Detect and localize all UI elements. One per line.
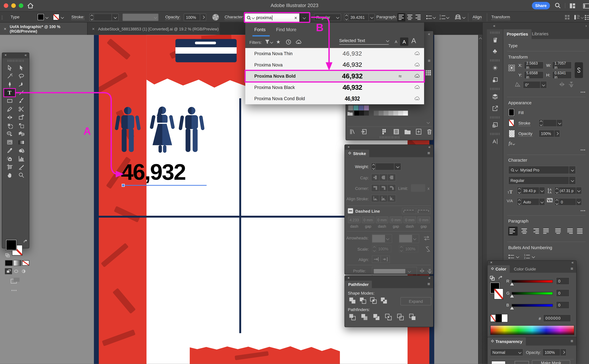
character-kerning-control[interactable]: Auto — [517, 198, 545, 206]
weight-control[interactable] — [371, 163, 401, 170]
font-size-dropdown[interactable] — [369, 13, 375, 21]
stroke-weight-control[interactable] — [89, 13, 119, 21]
appearance-stroke-label[interactable]: Stroke — [518, 121, 530, 126]
gap-field[interactable]: 0 mm — [389, 216, 402, 223]
reference-point-icon[interactable] — [508, 65, 515, 71]
pathfinder-collapse-icon[interactable]: « — [428, 276, 430, 280]
dash-preset-buttons[interactable] — [402, 208, 431, 214]
duplicate-swatch-icon[interactable] — [490, 276, 495, 281]
trim-icon[interactable] — [361, 313, 368, 321]
default-fill-stroke-icon[interactable] — [5, 253, 10, 258]
toolbar-more-icon[interactable]: ••• — [11, 288, 17, 293]
swatch[interactable] — [359, 111, 364, 116]
similar-fonts-icon[interactable]: ≈ — [399, 73, 402, 79]
download-cloud-icon[interactable] — [414, 96, 420, 101]
merge-icon[interactable] — [373, 313, 380, 321]
b-slider[interactable] — [512, 304, 553, 307]
curvature-tool[interactable] — [15, 80, 27, 89]
gap-field[interactable]: 0 mm — [362, 216, 375, 223]
stroke-color-control[interactable] — [53, 14, 63, 20]
bullet-list-icon[interactable] — [508, 254, 514, 259]
align-glyph-icon[interactable] — [564, 14, 570, 22]
selection-anchor[interactable] — [122, 184, 125, 187]
para-align-center[interactable] — [520, 227, 529, 236]
fill-chevron-icon[interactable] — [45, 15, 49, 19]
stroke-chevron-icon[interactable] — [61, 15, 64, 19]
g-slider-handle[interactable] — [510, 295, 514, 298]
unite-icon[interactable] — [348, 297, 356, 304]
para-align-left-active[interactable] — [508, 227, 518, 236]
crop-icon[interactable] — [385, 313, 392, 321]
favorites-star-icon[interactable]: ★ — [276, 39, 281, 45]
character-style-dropdown[interactable]: Regular — [508, 176, 576, 185]
dashed-line-checkbox[interactable] — [348, 208, 353, 214]
w-field[interactable]: 1.7057 in — [552, 61, 572, 69]
character-size-control[interactable]: 39.43 p — [517, 187, 545, 194]
r-value-field[interactable]: 0 — [556, 277, 569, 285]
appearance-stroke-weight[interactable] — [539, 119, 563, 127]
swatch[interactable] — [364, 111, 369, 116]
toolbar-fill-swatch[interactable] — [6, 240, 16, 250]
tab-libraries[interactable]: Libraries — [532, 32, 549, 36]
hex-field[interactable]: 000000 — [543, 314, 571, 322]
dash-field[interactable]: 4.233 — [348, 216, 361, 223]
align-panel-link[interactable]: Align — [473, 14, 482, 20]
swap-colors-icon[interactable] — [498, 276, 503, 281]
corner-buttons[interactable] — [371, 184, 396, 192]
fx-button[interactable]: fx — [509, 140, 515, 146]
stroke-weight-dropdown[interactable] — [112, 13, 119, 21]
swatch[interactable] — [379, 111, 383, 116]
layers-panel-icon[interactable] — [489, 92, 501, 101]
paragraph-label[interactable]: Paragraph: — [376, 14, 397, 20]
g-value-field[interactable]: 0 — [556, 289, 569, 297]
color-stroke-swatch[interactable] — [494, 289, 503, 299]
control-bar-grip[interactable] — [1, 15, 3, 20]
pathfinder-tab[interactable]: Pathfinder — [345, 281, 372, 288]
flip-vertical-icon[interactable] — [569, 81, 574, 87]
options-list-icon[interactable] — [584, 14, 589, 22]
text-wrap-control[interactable] — [574, 14, 583, 20]
direct-selection-tool[interactable] — [15, 64, 27, 72]
swatch[interactable] — [398, 111, 403, 116]
b-slider-handle[interactable] — [510, 306, 514, 309]
sample-size-small[interactable]: A — [395, 40, 397, 44]
transform-panel-link[interactable]: Transform — [491, 14, 510, 20]
swatches-collapse-icon[interactable]: « — [428, 32, 430, 36]
selection-options-panel-icon[interactable] — [489, 64, 501, 72]
align-right-button[interactable] — [414, 13, 422, 21]
swatch-libraries-icon[interactable] — [350, 129, 356, 135]
download-cloud-icon[interactable] — [414, 62, 420, 67]
appearance-more-icon[interactable]: ••• — [581, 148, 586, 152]
blend-mode-dropdown[interactable]: Normal — [490, 349, 523, 356]
opacity-label[interactable]: Opacity: — [165, 14, 180, 20]
swatch[interactable] — [393, 111, 398, 116]
align-left-button[interactable] — [397, 13, 405, 21]
black-chip[interactable] — [496, 314, 502, 322]
stroke-weight-label[interactable]: Stroke: — [71, 14, 85, 20]
swatch-import-icon[interactable] — [361, 129, 367, 135]
h-field[interactable]: 0.6341 in — [552, 71, 572, 79]
stroke-swatch[interactable] — [53, 14, 59, 20]
arrowhead-start-dropdown[interactable] — [372, 234, 392, 243]
r-slider-handle[interactable] — [510, 283, 514, 286]
character-tracking-control[interactable]: 0 — [554, 198, 582, 206]
selected-text-dropdown[interactable]: Selected Text — [339, 38, 389, 45]
swatch[interactable] — [403, 111, 408, 116]
fonts-tab[interactable]: Fonts — [254, 27, 266, 32]
lasso-tool[interactable] — [15, 72, 27, 80]
swatch-list-icon[interactable] — [393, 129, 399, 135]
new-swatch-icon[interactable] — [416, 129, 422, 135]
arrowhead-scale-2[interactable]: 100% — [399, 245, 418, 253]
pathfinder-close-icon[interactable]: × — [348, 276, 350, 280]
symbols-panel-icon[interactable]: ♣ — [489, 47, 501, 55]
appearance-opacity-swatch[interactable] — [509, 130, 515, 138]
swap-fill-stroke-icon[interactable] — [23, 240, 28, 244]
filter-funnel-icon[interactable] — [265, 39, 270, 44]
para-align-right[interactable] — [531, 227, 540, 236]
opacity-menu-button[interactable] — [200, 13, 206, 21]
numbered-list-control[interactable]: 12 — [440, 14, 449, 20]
brushes-panel-icon[interactable] — [489, 36, 501, 44]
swap-arrowheads-icon[interactable] — [424, 236, 430, 241]
tab-properties[interactable]: Properties — [503, 29, 531, 39]
stroke-panel-tab[interactable]: Stroke — [345, 150, 369, 157]
